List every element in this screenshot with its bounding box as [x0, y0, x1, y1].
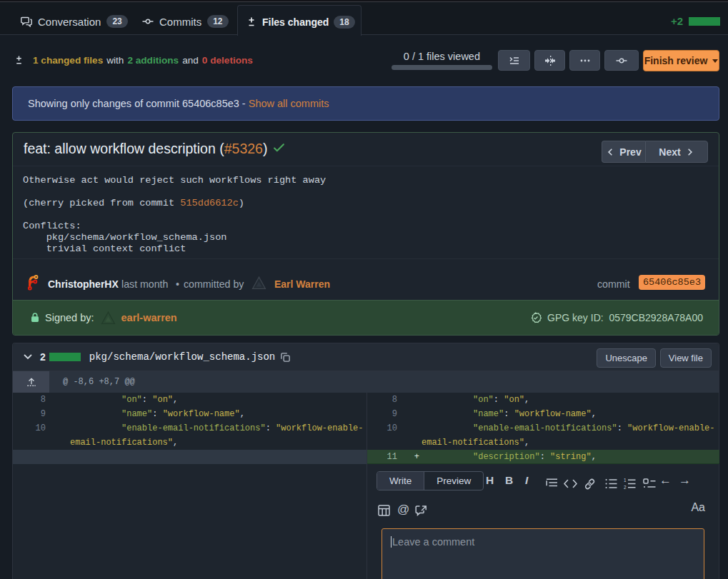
svg-text:2: 2: [624, 485, 627, 489]
svg-text:1: 1: [624, 478, 627, 483]
